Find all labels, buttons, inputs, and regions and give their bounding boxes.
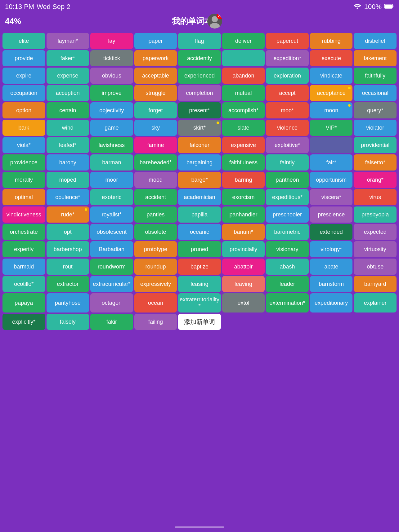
word-tile[interactable]: acceptable — [134, 68, 177, 84]
avatar-container[interactable]: 25 — [207, 14, 222, 29]
word-tile[interactable]: provide — [2, 50, 45, 66]
word-tile[interactable]: barbershop — [47, 241, 89, 257]
word-tile[interactable]: oceanic — [178, 224, 221, 240]
word-tile[interactable]: skirt* — [178, 120, 221, 136]
word-tile[interactable]: occasional — [354, 85, 397, 101]
word-tile[interactable]: papaya — [2, 293, 45, 313]
word-tile[interactable]: panties — [134, 206, 177, 223]
word-tile[interactable]: fakir — [90, 314, 133, 330]
word-tile[interactable]: leaving — [222, 276, 265, 292]
word-tile[interactable]: barman — [90, 154, 133, 171]
word-tile[interactable]: abash — [266, 259, 309, 275]
word-tile[interactable]: slate — [222, 120, 265, 136]
word-tile[interactable]: VIP* — [310, 120, 353, 136]
word-tile[interactable]: fakement — [354, 50, 397, 66]
word-tile[interactable]: explainer — [354, 293, 397, 313]
word-tile[interactable]: obsolescent — [90, 224, 133, 240]
word-tile[interactable]: fair* — [310, 154, 353, 171]
word-tile[interactable]: explicitly* — [2, 314, 45, 330]
word-tile[interactable]: rubbing — [310, 33, 353, 49]
word-tile[interactable]: sky — [134, 120, 177, 136]
word-tile[interactable]: barony — [47, 154, 89, 171]
word-tile[interactable]: mutual — [222, 85, 265, 101]
word-tile[interactable]: viscera* — [310, 189, 353, 205]
word-tile[interactable]: expire — [2, 68, 45, 84]
word-tile[interactable]: ocean — [134, 293, 177, 313]
word-tile[interactable]: wind — [47, 120, 89, 136]
word-tile[interactable]: accomplish* — [222, 102, 265, 118]
word-tile[interactable]: roundup — [134, 259, 177, 275]
word-tile[interactable]: elite — [2, 33, 45, 49]
word-tile[interactable]: expense — [47, 68, 89, 84]
word-tile[interactable]: ocotillo* — [2, 276, 45, 292]
word-tile[interactable]: abate — [310, 259, 353, 275]
word-tile[interactable]: vindicate — [310, 68, 353, 84]
word-tile[interactable]: barge* — [178, 172, 221, 188]
word-tile[interactable]: extraterritoriality* — [178, 293, 221, 313]
word-tile[interactable]: paperwork — [134, 50, 177, 66]
word-tile[interactable]: failing — [134, 314, 177, 330]
word-tile[interactable]: execute — [310, 50, 353, 66]
word-tile[interactable]: papilla — [178, 206, 221, 223]
word-tile[interactable]: faker* — [47, 50, 89, 66]
word-tile[interactable]: academician — [178, 189, 221, 205]
word-tile[interactable]: option — [2, 102, 45, 118]
word-tile[interactable]: lay — [90, 33, 133, 49]
word-tile[interactable]: prototype — [134, 241, 177, 257]
word-tile[interactable]: bareheaded* — [134, 154, 177, 171]
word-tile[interactable]: famine — [134, 137, 177, 153]
word-tile[interactable]: abandon — [222, 68, 265, 84]
word-tile[interactable]: royalist* — [90, 206, 133, 223]
word-tile[interactable]: moo* — [266, 102, 309, 118]
word-tile[interactable]: preschooler — [266, 206, 309, 223]
word-tile[interactable]: expertly — [2, 241, 45, 257]
word-tile[interactable]: obsolete — [134, 224, 177, 240]
word-tile[interactable]: virus — [354, 189, 397, 205]
word-tile[interactable]: leafed* — [47, 137, 89, 153]
word-tile[interactable]: certain — [47, 102, 89, 118]
word-tile[interactable]: exoteric — [90, 189, 133, 205]
word-tile[interactable]: providential — [354, 137, 397, 153]
word-tile[interactable]: octagon — [90, 293, 133, 313]
word-tile[interactable]: faithfully — [354, 68, 397, 84]
word-tile[interactable]: bargaining — [178, 154, 221, 171]
word-tile[interactable]: extractor — [47, 276, 89, 292]
word-tile[interactable]: extracurricular* — [90, 276, 133, 292]
word-tile[interactable]: violence — [266, 120, 309, 136]
word-tile[interactable]: barometric — [266, 224, 309, 240]
word-tile[interactable]: forget — [134, 102, 177, 118]
word-tile[interactable]: accident — [134, 189, 177, 205]
word-tile[interactable]: acceptance — [310, 85, 353, 101]
word-tile[interactable]: faithfulness — [222, 154, 265, 171]
word-tile[interactable]: virtuosity — [354, 241, 397, 257]
word-tile[interactable]: opportunism — [310, 172, 353, 188]
word-tile[interactable]: rout — [47, 259, 89, 275]
word-tile[interactable]: pantheon — [266, 172, 309, 188]
word-tile[interactable]: obvious — [90, 68, 133, 84]
word-tile[interactable]: accidently — [178, 50, 221, 66]
word-tile[interactable]: extol — [222, 293, 265, 313]
word-tile[interactable]: objectivity — [90, 102, 133, 118]
word-tile[interactable]: paper — [134, 33, 177, 49]
word-tile[interactable]: bark — [2, 120, 45, 136]
word-tile[interactable]: game — [90, 120, 133, 136]
word-tile[interactable]: present* — [178, 102, 221, 118]
word-tile[interactable]: occupation — [2, 85, 45, 101]
word-tile[interactable]: expeditious* — [266, 189, 309, 205]
word-tile[interactable]: viola* — [2, 137, 45, 153]
word-tile[interactable]: Barbadian — [90, 241, 133, 257]
word-tile[interactable]: opulence* — [47, 189, 89, 205]
word-tile[interactable]: exorcism — [222, 189, 265, 205]
word-tile[interactable]: acception — [47, 85, 89, 101]
word-tile[interactable]: expensive — [222, 137, 265, 153]
word-tile[interactable]: papercut — [266, 33, 309, 49]
word-tile[interactable]: abattoir — [222, 259, 265, 275]
word-tile[interactable]: expressively — [134, 276, 177, 292]
word-tile[interactable]: exploitive* — [266, 137, 309, 153]
word-tile[interactable]: vindictiveness — [2, 206, 45, 223]
word-tile[interactable]: moon — [310, 102, 353, 118]
word-tile[interactable]: pruned — [178, 241, 221, 257]
word-tile[interactable]: exploration — [266, 68, 309, 84]
word-tile[interactable]: disbelief — [354, 33, 397, 49]
word-tile[interactable]: extermination* — [266, 293, 309, 313]
